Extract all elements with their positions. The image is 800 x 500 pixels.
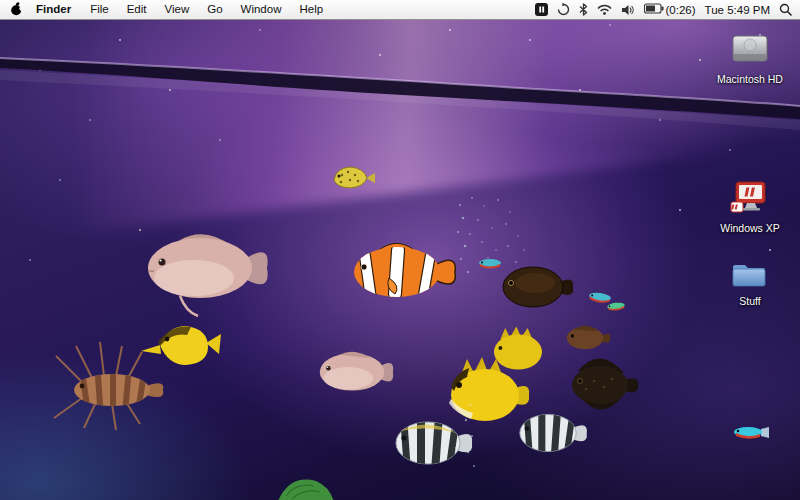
menu-view[interactable]: View (156, 0, 199, 19)
fish-neon-tetra (734, 427, 769, 439)
stars (29, 14, 771, 261)
bubbles (451, 204, 475, 467)
parallels-icon[interactable] (535, 3, 548, 16)
battery-indicator[interactable]: (0:26) (644, 3, 696, 16)
menu-file[interactable]: File (81, 0, 118, 19)
wallpaper (0, 0, 800, 500)
menu-bar-left: Finder File Edit View Go Window Help (8, 0, 332, 19)
menu-help[interactable]: Help (290, 0, 332, 19)
menu-bar-clock[interactable]: Tue 5:49 PM (705, 4, 770, 16)
desktop-icon-stuff[interactable]: Stuff (706, 258, 794, 307)
fry-school (469, 197, 525, 263)
battery-time: (0:26) (666, 4, 696, 16)
menu-window[interactable]: Window (232, 0, 291, 19)
spotlight-icon[interactable] (779, 3, 792, 16)
fish-green-tail (278, 480, 334, 500)
fish-dark-tang (572, 358, 638, 409)
fish-damselfish-1 (396, 417, 472, 471)
parallels-vm-icon (728, 180, 772, 221)
wifi-icon[interactable] (597, 4, 612, 15)
battery-icon (644, 3, 664, 16)
fish-gourami-small (320, 352, 393, 391)
menu-bar: Finder File Edit View Go Window Help (0, 0, 800, 20)
apple-icon (10, 2, 23, 18)
volume-icon[interactable] (621, 4, 635, 16)
hard-drive-icon (728, 32, 772, 72)
menu-bar-status: (0:26) Tue 5:49 PM (535, 3, 792, 16)
sync-icon[interactable] (557, 3, 570, 16)
fish-chocolate-fish (503, 267, 573, 307)
desktop-icon-macintosh-hd[interactable]: Macintosh HD (706, 32, 794, 85)
icon-label: Windows XP (720, 222, 780, 234)
fish-butterflyfish-school (449, 326, 542, 421)
aquarium-scene (0, 0, 800, 500)
fish-neon-2 (588, 292, 611, 304)
fish-neon-3 (607, 302, 625, 311)
fish-damselfish-2 (520, 410, 587, 457)
fish-butterflyfish-longnose (141, 326, 221, 365)
water-surface (0, 58, 800, 130)
apple-menu[interactable] (8, 2, 28, 18)
fish-boxfish (334, 167, 375, 188)
fish-lionfish (54, 342, 163, 430)
menu-edit[interactable]: Edit (118, 0, 156, 19)
fish-brown-small (567, 326, 611, 349)
menu-go[interactable]: Go (198, 0, 231, 19)
icon-label: Macintosh HD (717, 73, 783, 85)
fish-neon-1 (479, 259, 501, 269)
fish-gourami-large (148, 234, 268, 316)
fish-clownfish (354, 243, 455, 304)
bluetooth-icon[interactable] (579, 3, 588, 16)
app-menu-finder[interactable]: Finder (28, 0, 81, 19)
icon-label: Stuff (739, 295, 760, 307)
folder-icon (728, 258, 772, 294)
desktop-icon-windows-xp[interactable]: Windows XP (706, 180, 794, 234)
